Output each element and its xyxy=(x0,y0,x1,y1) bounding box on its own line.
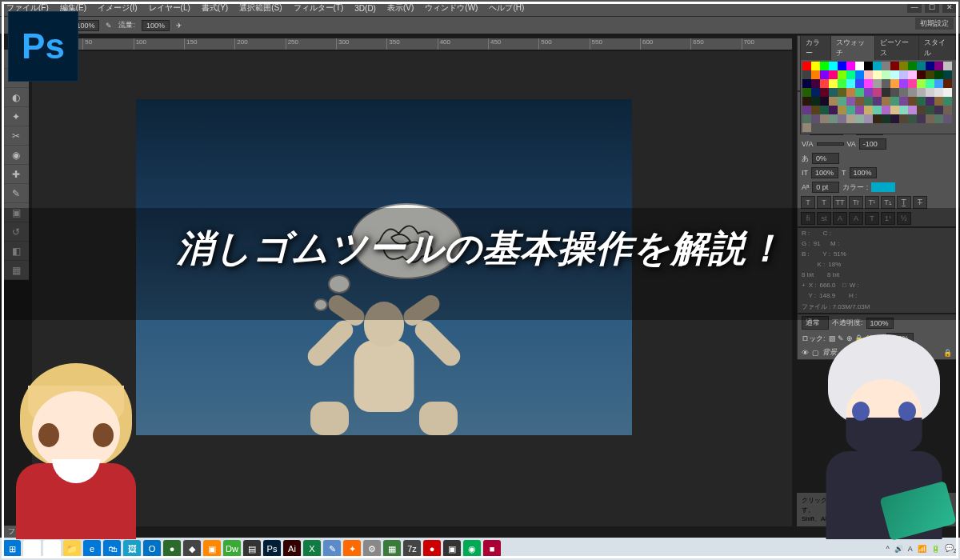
swatch[interactable] xyxy=(934,79,943,88)
swatch[interactable] xyxy=(943,62,952,70)
notification-icon[interactable]: 💬2 xyxy=(945,544,957,554)
swatch[interactable] xyxy=(855,79,864,88)
swatch[interactable] xyxy=(926,79,934,88)
swatch[interactable] xyxy=(873,79,882,88)
swatch[interactable] xyxy=(899,114,908,123)
eyedropper-tool[interactable]: ◉ xyxy=(3,146,29,165)
swatch[interactable] xyxy=(943,97,952,106)
taskbar-app7[interactable]: ⚙ xyxy=(363,540,381,558)
smallcaps-button[interactable]: Tr xyxy=(849,196,863,209)
text-color-swatch[interactable] xyxy=(871,182,895,192)
swatch[interactable] xyxy=(811,62,820,70)
swatch[interactable] xyxy=(846,70,855,79)
swatch[interactable] xyxy=(802,88,811,97)
swatch[interactable] xyxy=(846,106,855,114)
kerning-field[interactable] xyxy=(817,142,844,146)
swatch[interactable] xyxy=(908,62,917,70)
swatch[interactable] xyxy=(820,106,829,114)
taskbar-app3[interactable]: ▣ xyxy=(203,540,221,558)
swatch[interactable] xyxy=(811,79,820,88)
tray-ime-icon[interactable]: A xyxy=(908,545,913,553)
swatch[interactable] xyxy=(864,97,873,106)
taskbar-ps[interactable]: Ps xyxy=(263,540,281,558)
swatch[interactable] xyxy=(926,88,934,97)
taskbar-app6[interactable]: ✦ xyxy=(343,540,361,558)
source-tab[interactable]: ピーソース xyxy=(875,36,919,60)
swatch[interactable] xyxy=(802,123,811,132)
menu-3d[interactable]: 3D(D) xyxy=(354,4,376,13)
swatch[interactable] xyxy=(811,114,820,123)
taskbar-app2[interactable]: ◆ xyxy=(183,540,201,558)
swatch[interactable] xyxy=(899,88,908,97)
swatch[interactable] xyxy=(802,62,811,70)
swatch[interactable] xyxy=(838,70,846,79)
menu-help[interactable]: ヘルプ(H) xyxy=(489,2,524,14)
swatch[interactable] xyxy=(846,79,855,88)
swatch[interactable] xyxy=(846,88,855,97)
swatch[interactable] xyxy=(926,97,934,106)
heal-tool[interactable]: ✚ xyxy=(3,165,29,184)
swatch[interactable] xyxy=(908,70,917,79)
tray-volume-icon[interactable]: 🔊 xyxy=(894,545,903,553)
taskbar-app12[interactable]: ■ xyxy=(483,540,501,558)
taskbar-photos[interactable]: 🖼 xyxy=(123,540,141,558)
swatch[interactable] xyxy=(855,62,864,70)
swatch-tab[interactable]: スウォッチ xyxy=(831,36,875,60)
swatch[interactable] xyxy=(838,79,846,88)
strike-button[interactable]: T̶ xyxy=(913,196,927,209)
swatch[interactable] xyxy=(917,79,926,88)
taskbar-edge[interactable]: e xyxy=(83,540,101,558)
swatch[interactable] xyxy=(908,79,917,88)
swatch[interactable] xyxy=(882,114,890,123)
swatch[interactable] xyxy=(829,62,838,70)
swatch[interactable] xyxy=(908,114,917,123)
menu-image[interactable]: イメージ(I) xyxy=(98,2,137,14)
tracking-field[interactable]: -100 xyxy=(859,138,886,150)
swatch[interactable] xyxy=(890,106,899,114)
swatch[interactable] xyxy=(855,88,864,97)
swatch[interactable] xyxy=(873,97,882,106)
swatch[interactable] xyxy=(890,79,899,88)
swatches-grid[interactable] xyxy=(802,62,954,132)
swatch[interactable] xyxy=(908,97,917,106)
taskbar-7z[interactable]: 7z xyxy=(403,540,421,558)
swatch[interactable] xyxy=(873,70,882,79)
swatch[interactable] xyxy=(899,106,908,114)
taskbar-app4[interactable]: ▤ xyxy=(243,540,261,558)
taskbar-app11[interactable]: ◉ xyxy=(463,540,481,558)
swatch[interactable] xyxy=(855,97,864,106)
maximize-button[interactable]: ☐ xyxy=(925,2,939,13)
taskbar-dw[interactable]: Dw xyxy=(223,540,241,558)
taskbar-app10[interactable]: ▣ xyxy=(443,540,461,558)
swatch[interactable] xyxy=(934,97,943,106)
taskbar-app1[interactable]: ● xyxy=(163,540,181,558)
swatch[interactable] xyxy=(829,114,838,123)
swatch[interactable] xyxy=(846,62,855,70)
swatch[interactable] xyxy=(829,88,838,97)
flow-field[interactable]: 100% xyxy=(142,20,170,31)
swatch[interactable] xyxy=(873,114,882,123)
taskbar-store[interactable]: 🛍 xyxy=(103,540,121,558)
brush-tool[interactable]: ✎ xyxy=(3,184,29,203)
taskbar-taskview[interactable]: ▭ xyxy=(43,540,61,558)
swatch[interactable] xyxy=(908,88,917,97)
swatch[interactable] xyxy=(838,114,846,123)
swatch[interactable] xyxy=(864,114,873,123)
swatch[interactable] xyxy=(829,106,838,114)
swatch[interactable] xyxy=(899,62,908,70)
swatch[interactable] xyxy=(917,88,926,97)
swatch[interactable] xyxy=(917,70,926,79)
airbrush-icon[interactable]: ✈ xyxy=(176,22,182,30)
swatch[interactable] xyxy=(917,62,926,70)
swatch[interactable] xyxy=(820,97,829,106)
swatch[interactable] xyxy=(820,114,829,123)
taskbar-app5[interactable]: ✎ xyxy=(323,540,341,558)
color-tab[interactable]: カラー xyxy=(801,36,831,60)
swatch[interactable] xyxy=(943,70,952,79)
swatch[interactable] xyxy=(864,79,873,88)
swatch[interactable] xyxy=(820,62,829,70)
swatch[interactable] xyxy=(934,62,943,70)
menu-view[interactable]: 表示(V) xyxy=(387,2,414,14)
swatch[interactable] xyxy=(811,70,820,79)
swatch[interactable] xyxy=(864,106,873,114)
